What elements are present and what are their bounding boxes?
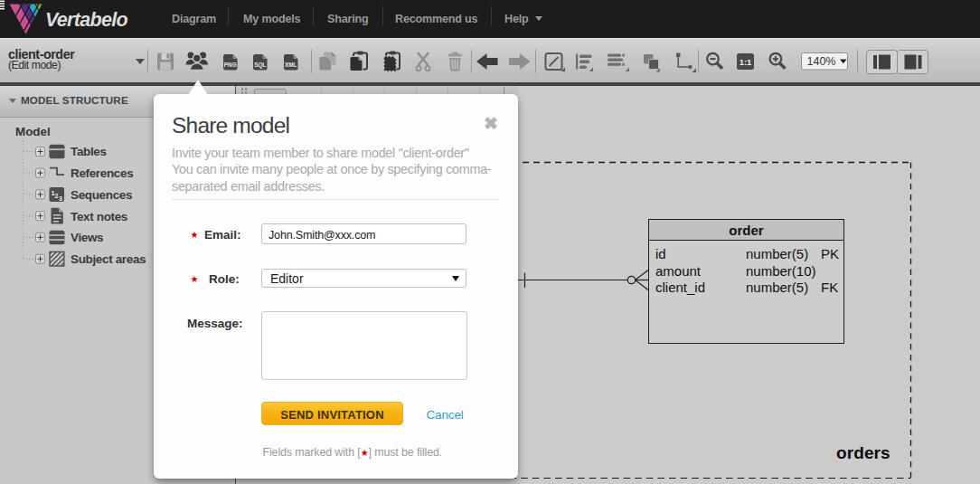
- svg-text:Views: Views: [71, 231, 103, 244]
- svg-text:Subject areas: Subject areas: [71, 252, 146, 266]
- svg-text:3: 3: [59, 195, 62, 202]
- svg-text:Sequences: Sequences: [71, 188, 132, 202]
- svg-text:2: 2: [55, 193, 59, 199]
- svg-text:Text notes: Text notes: [71, 210, 127, 223]
- svg-text:Tables: Tables: [71, 145, 107, 158]
- svg-text:References: References: [71, 166, 133, 180]
